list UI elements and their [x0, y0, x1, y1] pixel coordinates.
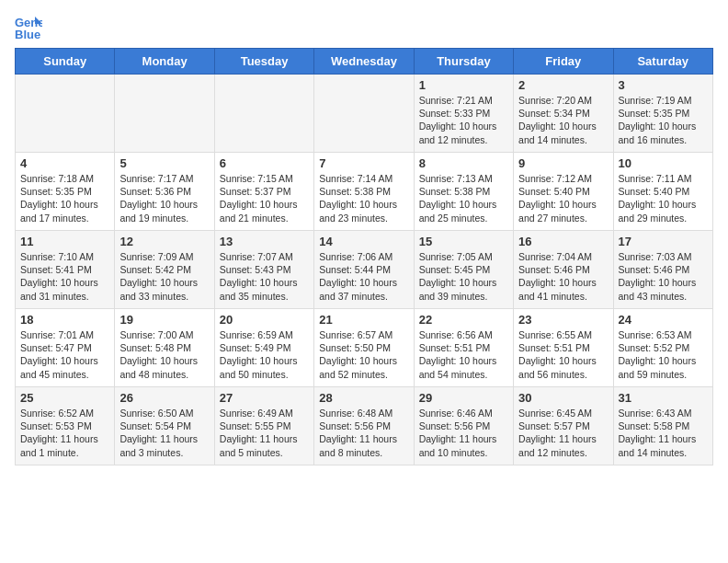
day-number: 15 [419, 235, 508, 248]
page-header: General Blue [15, 15, 713, 40]
calendar-week-row: 11Sunrise: 7:10 AMSunset: 5:41 PMDayligh… [16, 231, 713, 309]
day-info: Sunrise: 6:57 AMSunset: 5:50 PMDaylight:… [319, 328, 408, 381]
day-info: Sunrise: 7:03 AMSunset: 5:46 PMDaylight:… [619, 250, 708, 303]
day-info: Sunrise: 7:11 AMSunset: 5:40 PMDaylight:… [619, 172, 708, 224]
calendar-week-row: 1Sunrise: 7:21 AMSunset: 5:33 PMDaylight… [16, 75, 713, 153]
day-number: 13 [220, 235, 309, 248]
header-wednesday: Wednesday [314, 49, 414, 75]
day-info: Sunrise: 7:13 AMSunset: 5:38 PMDaylight:… [419, 172, 508, 224]
calendar-cell: 5Sunrise: 7:17 AMSunset: 5:36 PMDaylight… [115, 153, 214, 231]
day-number: 27 [220, 391, 309, 405]
calendar-week-row: 4Sunrise: 7:18 AMSunset: 5:35 PMDaylight… [16, 153, 713, 231]
day-number: 1 [419, 78, 508, 92]
day-info: Sunrise: 7:05 AMSunset: 5:45 PMDaylight:… [419, 250, 508, 303]
day-number: 5 [119, 156, 209, 170]
day-number: 3 [619, 78, 708, 92]
calendar-cell: 1Sunrise: 7:21 AMSunset: 5:33 PMDaylight… [414, 75, 513, 153]
day-info: Sunrise: 7:07 AMSunset: 5:43 PMDaylight:… [220, 250, 309, 303]
svg-text:Blue: Blue [15, 28, 40, 40]
day-number: 4 [20, 156, 109, 170]
day-number: 14 [319, 235, 408, 248]
calendar-cell [214, 75, 313, 153]
calendar-cell: 26Sunrise: 6:50 AMSunset: 5:54 PMDayligh… [115, 387, 214, 465]
calendar-table: SundayMondayTuesdayWednesdayThursdayFrid… [15, 48, 713, 465]
calendar-cell: 16Sunrise: 7:04 AMSunset: 5:46 PMDayligh… [514, 231, 613, 309]
day-info: Sunrise: 7:21 AMSunset: 5:33 PMDaylight:… [419, 94, 508, 146]
calendar-cell: 13Sunrise: 7:07 AMSunset: 5:43 PMDayligh… [214, 231, 313, 309]
calendar-cell: 28Sunrise: 6:48 AMSunset: 5:56 PMDayligh… [314, 387, 414, 465]
day-number: 16 [518, 235, 608, 248]
day-info: Sunrise: 6:55 AMSunset: 5:51 PMDaylight:… [518, 328, 608, 381]
day-info: Sunrise: 7:18 AMSunset: 5:35 PMDaylight:… [20, 172, 109, 224]
day-number: 17 [619, 235, 708, 248]
header-sunday: Sunday [16, 49, 115, 75]
day-info: Sunrise: 6:43 AMSunset: 5:58 PMDaylight:… [619, 407, 708, 459]
day-info: Sunrise: 7:06 AMSunset: 5:44 PMDaylight:… [319, 250, 408, 303]
day-number: 28 [319, 391, 408, 405]
day-info: Sunrise: 6:50 AMSunset: 5:54 PMDaylight:… [119, 407, 209, 459]
day-number: 22 [419, 313, 508, 327]
calendar-cell: 12Sunrise: 7:09 AMSunset: 5:42 PMDayligh… [115, 231, 214, 309]
day-info: Sunrise: 6:48 AMSunset: 5:56 PMDaylight:… [319, 407, 408, 459]
day-info: Sunrise: 7:12 AMSunset: 5:40 PMDaylight:… [518, 172, 608, 224]
day-number: 7 [319, 156, 408, 170]
day-number: 21 [319, 313, 408, 327]
calendar-cell: 18Sunrise: 7:01 AMSunset: 5:47 PMDayligh… [16, 309, 115, 387]
day-number: 29 [419, 391, 508, 405]
header-tuesday: Tuesday [214, 49, 313, 75]
day-info: Sunrise: 7:09 AMSunset: 5:42 PMDaylight:… [119, 250, 209, 303]
calendar-cell: 31Sunrise: 6:43 AMSunset: 5:58 PMDayligh… [613, 387, 712, 465]
calendar-cell [314, 75, 414, 153]
calendar-cell: 2Sunrise: 7:20 AMSunset: 5:34 PMDaylight… [514, 75, 613, 153]
day-number: 9 [518, 156, 608, 170]
day-info: Sunrise: 6:49 AMSunset: 5:55 PMDaylight:… [220, 407, 309, 459]
day-info: Sunrise: 7:19 AMSunset: 5:35 PMDaylight:… [619, 94, 708, 146]
calendar-cell: 9Sunrise: 7:12 AMSunset: 5:40 PMDaylight… [514, 153, 613, 231]
calendar-cell: 23Sunrise: 6:55 AMSunset: 5:51 PMDayligh… [514, 309, 613, 387]
day-info: Sunrise: 6:56 AMSunset: 5:51 PMDaylight:… [419, 328, 508, 381]
day-number: 10 [619, 156, 708, 170]
day-number: 11 [20, 235, 109, 248]
header-friday: Friday [514, 49, 613, 75]
day-info: Sunrise: 6:53 AMSunset: 5:52 PMDaylight:… [619, 328, 708, 381]
calendar-cell: 30Sunrise: 6:45 AMSunset: 5:57 PMDayligh… [514, 387, 613, 465]
day-number: 18 [20, 313, 109, 327]
day-number: 30 [518, 391, 608, 405]
day-info: Sunrise: 7:14 AMSunset: 5:38 PMDaylight:… [319, 172, 408, 224]
day-number: 20 [220, 313, 309, 327]
calendar-cell: 11Sunrise: 7:10 AMSunset: 5:41 PMDayligh… [16, 231, 115, 309]
day-number: 12 [119, 235, 209, 248]
calendar-cell: 19Sunrise: 7:00 AMSunset: 5:48 PMDayligh… [115, 309, 214, 387]
day-info: Sunrise: 7:01 AMSunset: 5:47 PMDaylight:… [20, 328, 109, 381]
day-info: Sunrise: 6:52 AMSunset: 5:53 PMDaylight:… [20, 407, 109, 459]
day-info: Sunrise: 7:20 AMSunset: 5:34 PMDaylight:… [518, 94, 608, 146]
day-number: 24 [619, 313, 708, 327]
day-number: 19 [119, 313, 209, 327]
calendar-cell: 24Sunrise: 6:53 AMSunset: 5:52 PMDayligh… [613, 309, 712, 387]
calendar-header-row: SundayMondayTuesdayWednesdayThursdayFrid… [16, 49, 713, 75]
calendar-cell [16, 75, 115, 153]
header-monday: Monday [115, 49, 214, 75]
calendar-cell: 22Sunrise: 6:56 AMSunset: 5:51 PMDayligh… [414, 309, 513, 387]
logo-icon: General Blue [15, 15, 42, 40]
day-number: 31 [619, 391, 708, 405]
calendar-cell: 21Sunrise: 6:57 AMSunset: 5:50 PMDayligh… [314, 309, 414, 387]
header-saturday: Saturday [613, 49, 712, 75]
logo: General Blue [15, 15, 46, 40]
calendar-cell: 15Sunrise: 7:05 AMSunset: 5:45 PMDayligh… [414, 231, 513, 309]
day-info: Sunrise: 7:04 AMSunset: 5:46 PMDaylight:… [518, 250, 608, 303]
day-info: Sunrise: 7:15 AMSunset: 5:37 PMDaylight:… [220, 172, 309, 224]
calendar-cell: 8Sunrise: 7:13 AMSunset: 5:38 PMDaylight… [414, 153, 513, 231]
calendar-cell [115, 75, 214, 153]
calendar-week-row: 25Sunrise: 6:52 AMSunset: 5:53 PMDayligh… [16, 387, 713, 465]
day-info: Sunrise: 6:59 AMSunset: 5:49 PMDaylight:… [220, 328, 309, 381]
day-number: 8 [419, 156, 508, 170]
day-info: Sunrise: 7:00 AMSunset: 5:48 PMDaylight:… [119, 328, 209, 381]
day-number: 25 [20, 391, 109, 405]
calendar-week-row: 18Sunrise: 7:01 AMSunset: 5:47 PMDayligh… [16, 309, 713, 387]
calendar-cell: 4Sunrise: 7:18 AMSunset: 5:35 PMDaylight… [16, 153, 115, 231]
calendar-cell: 6Sunrise: 7:15 AMSunset: 5:37 PMDaylight… [214, 153, 313, 231]
calendar-cell: 20Sunrise: 6:59 AMSunset: 5:49 PMDayligh… [214, 309, 313, 387]
day-info: Sunrise: 6:46 AMSunset: 5:56 PMDaylight:… [419, 407, 508, 459]
calendar-cell: 3Sunrise: 7:19 AMSunset: 5:35 PMDaylight… [613, 75, 712, 153]
